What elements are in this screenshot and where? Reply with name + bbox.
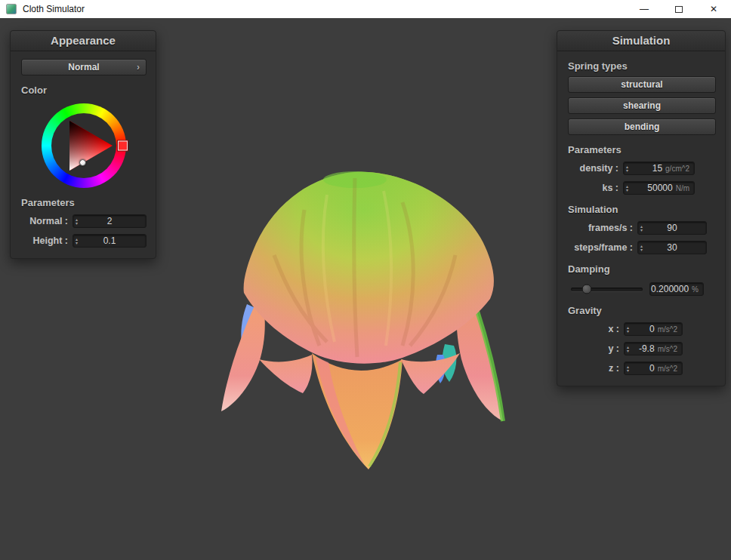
window-controls: — ✕ <box>627 0 731 18</box>
spinner-icon[interactable]: ▴▾ <box>626 183 628 194</box>
ks-value: 50000 <box>647 183 672 193</box>
spinner-icon[interactable]: ▴▾ <box>627 363 629 374</box>
maximize-icon <box>675 6 683 13</box>
gravity-x-input[interactable]: ▴▾ 0 m/s^2 <box>624 322 683 336</box>
shader-dropdown[interactable]: Normal › <box>21 59 147 75</box>
color-wheel[interactable] <box>42 103 126 188</box>
sim-parameters-label: Parameters <box>568 144 716 155</box>
window-titlebar: Cloth Simulator — ✕ <box>0 0 731 18</box>
spinner-icon[interactable]: ▴▾ <box>626 163 628 174</box>
structural-button[interactable]: structural <box>568 76 716 93</box>
damping-unit: % <box>692 285 699 294</box>
shader-dropdown-label: Normal <box>68 62 99 72</box>
gravity-label: Gravity <box>568 305 716 316</box>
spinner-icon[interactable]: ▴▾ <box>76 235 78 247</box>
height-label: Height : <box>32 235 68 246</box>
gravity-y-label: y : <box>608 343 619 354</box>
steps-input[interactable]: ▴▾ 30 <box>637 241 707 254</box>
gravity-x-value: 0 <box>649 324 655 334</box>
gravity-z-label: z : <box>609 363 619 374</box>
gravity-z-unit: m/s^2 <box>658 365 677 373</box>
gravity-z-value: 0 <box>649 363 655 374</box>
gravity-y-input[interactable]: ▴▾ -9.8 m/s^2 <box>624 342 683 355</box>
gravity-z-input[interactable]: ▴▾ 0 m/s^2 <box>624 362 683 375</box>
ks-label: ks : <box>602 183 618 193</box>
normal-input[interactable]: ▴▾ 2 <box>72 214 147 228</box>
spinner-icon[interactable]: ▴▾ <box>640 223 643 234</box>
shearing-button[interactable]: shearing <box>568 97 716 114</box>
spring-types-label: Spring types <box>568 60 716 72</box>
gravity-y-value: -9.8 <box>639 343 655 354</box>
gravity-x-label: x : <box>608 324 619 334</box>
close-button[interactable]: ✕ <box>696 0 731 18</box>
frames-value: 90 <box>667 223 677 233</box>
frames-label: frames/s : <box>588 223 633 233</box>
appearance-parameters-label: Parameters <box>21 197 147 208</box>
ks-unit: N/m <box>676 184 689 192</box>
color-label: Color <box>21 85 147 96</box>
damping-input[interactable]: 0.200000 % <box>649 282 704 296</box>
window-title: Cloth Simulator <box>23 4 85 14</box>
damping-slider-knob[interactable] <box>581 285 591 294</box>
spinner-icon[interactable]: ▴▾ <box>627 343 629 355</box>
spinner-icon[interactable]: ▴▾ <box>76 216 78 227</box>
app-icon <box>6 4 17 14</box>
minimize-button[interactable]: — <box>627 0 662 18</box>
maximize-button[interactable] <box>662 0 696 18</box>
gravity-x-unit: m/s^2 <box>658 325 677 334</box>
damping-slider[interactable] <box>571 288 643 291</box>
damping-value: 0.200000 <box>651 284 689 294</box>
gravity-y-unit: m/s^2 <box>658 345 677 353</box>
chevron-right-icon: › <box>137 62 140 72</box>
height-value: 0.1 <box>103 235 116 246</box>
bending-button[interactable]: bending <box>568 118 716 135</box>
spinner-icon[interactable]: ▴▾ <box>640 242 643 254</box>
simulation-section-label: Simulation <box>568 204 716 215</box>
normal-value: 2 <box>107 216 113 226</box>
hue-marker[interactable] <box>118 141 128 151</box>
density-input[interactable]: ▴▾ 15 g/cm^2 <box>623 162 695 175</box>
appearance-panel-header[interactable]: Appearance <box>11 31 156 51</box>
steps-label: steps/frame : <box>574 242 633 253</box>
saturation-value-knob[interactable] <box>79 159 86 166</box>
cloth-render <box>214 165 512 475</box>
density-unit: g/cm^2 <box>665 165 689 173</box>
simulation-panel-header[interactable]: Simulation <box>557 31 725 51</box>
density-label: density : <box>580 163 618 174</box>
frames-input[interactable]: ▴▾ 90 <box>637 221 707 235</box>
damping-label: Damping <box>568 263 716 275</box>
appearance-panel: Appearance Normal › Color <box>10 30 156 259</box>
steps-value: 30 <box>667 242 677 253</box>
normal-label: Normal : <box>29 216 68 226</box>
ks-input[interactable]: ▴▾ 50000 N/m <box>623 181 695 195</box>
height-input[interactable]: ▴▾ 0.1 <box>72 234 147 248</box>
simulation-panel: Simulation Spring types structural shear… <box>557 30 726 386</box>
density-value: 15 <box>652 163 662 174</box>
spinner-icon[interactable]: ▴▾ <box>627 324 629 335</box>
